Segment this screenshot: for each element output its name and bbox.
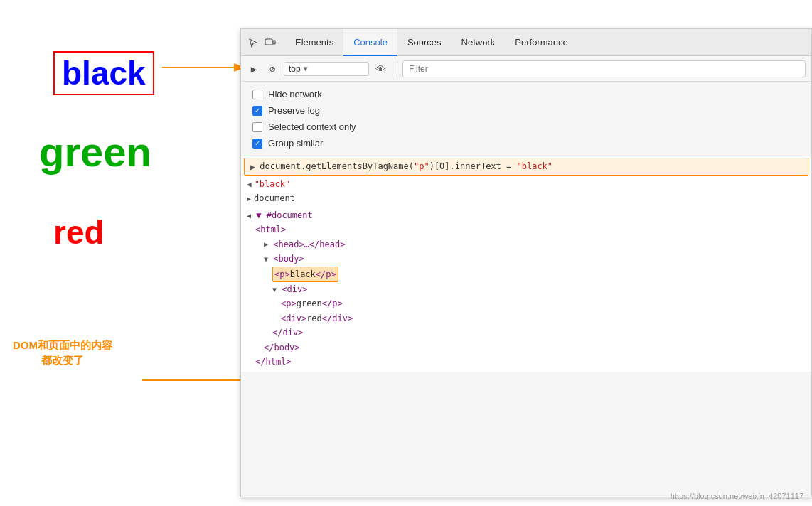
preserve-log-checkbox[interactable]	[252, 106, 262, 116]
dom-line-5: ▼ <div>	[247, 282, 806, 296]
watermark: https://blog.csdn.net/weixin_42071117	[671, 492, 803, 500]
highlighted-p-element[interactable]: <p>black</p>	[272, 267, 338, 282]
prompt-icon: ▶	[250, 161, 255, 172]
device-icon[interactable]	[264, 36, 277, 49]
group-similar-checkbox[interactable]	[252, 139, 262, 149]
tab-console[interactable]: Console	[343, 29, 397, 56]
dom-line-3: ▼ <body>	[247, 252, 806, 266]
play-icon[interactable]: ▶	[247, 62, 261, 76]
dom-line-2: ▶ <head>…</head>	[247, 237, 806, 252]
svg-rect-4	[265, 39, 272, 45]
document-row: ▶ document	[241, 191, 811, 205]
dom-line-8: </div>	[247, 325, 806, 340]
dom-line-10: </html>	[247, 355, 806, 369]
chevron-down-icon: ▼	[304, 65, 308, 72]
tab-icons	[247, 36, 277, 49]
page-area: black green red DOM和页面中的内容都改变了	[0, 0, 242, 506]
option-group-similar[interactable]: Group similar	[241, 135, 811, 151]
red-label: red	[53, 213, 105, 252]
tab-performance[interactable]: Performance	[505, 29, 577, 56]
tab-sources[interactable]: Sources	[397, 29, 452, 56]
dom-tree: ◀ ▼ #document <html> ▶ <head>…</head> ▼ …	[241, 205, 811, 372]
svg-rect-5	[273, 41, 275, 44]
option-hide-network[interactable]: Hide network	[241, 86, 811, 102]
tab-elements[interactable]: Elements	[285, 29, 343, 56]
dom-annotation: DOM和页面中的内容都改变了	[13, 338, 112, 367]
option-preserve-log[interactable]: Preserve log	[241, 102, 811, 119]
filter-input[interactable]	[402, 60, 806, 77]
option-selected-context[interactable]: Selected context only	[241, 119, 811, 135]
dom-line-1: <html>	[247, 222, 806, 237]
tab-bar: Elements Console Sources Network Perform…	[241, 29, 811, 56]
result-value: "black"	[255, 179, 291, 189]
green-label: green	[39, 128, 151, 176]
dom-line-4: <p>black</p>	[247, 267, 806, 282]
document-label: document	[254, 193, 295, 203]
console-content: ▶ document.getElementsByTagName("p")[0].…	[241, 156, 811, 372]
context-select[interactable]: top ▼	[284, 62, 369, 76]
console-toolbar: ▶ ⊘ top ▼ 👁	[241, 56, 811, 82]
black-label: black	[53, 51, 154, 95]
dom-line-7: <div>red</div>	[247, 311, 806, 325]
expand-icon[interactable]: ▶	[247, 195, 251, 203]
options-panel: Hide network Preserve log Selected conte…	[241, 82, 811, 156]
selected-context-checkbox[interactable]	[252, 122, 262, 132]
result-arrow-icon: ◀	[247, 180, 252, 189]
dom-line-0: ◀ ▼ #document	[247, 208, 806, 222]
tab-network[interactable]: Network	[452, 29, 506, 56]
block-icon[interactable]: ⊘	[265, 62, 279, 76]
cursor-icon[interactable]	[247, 36, 260, 49]
devtools-panel: Elements Console Sources Network Perform…	[240, 28, 812, 497]
dom-line-6: <p>green</p>	[247, 296, 806, 311]
result-row: ◀ "black"	[241, 177, 811, 191]
eye-icon[interactable]: 👁	[373, 62, 388, 76]
hide-network-checkbox[interactable]	[252, 90, 262, 99]
dom-line-9: </body>	[247, 340, 806, 355]
toolbar-divider	[395, 61, 395, 77]
command-row: ▶ document.getElementsByTagName("p")[0].…	[244, 158, 808, 176]
command-text: document.getElementsByTagName("p")[0].in…	[260, 161, 552, 171]
